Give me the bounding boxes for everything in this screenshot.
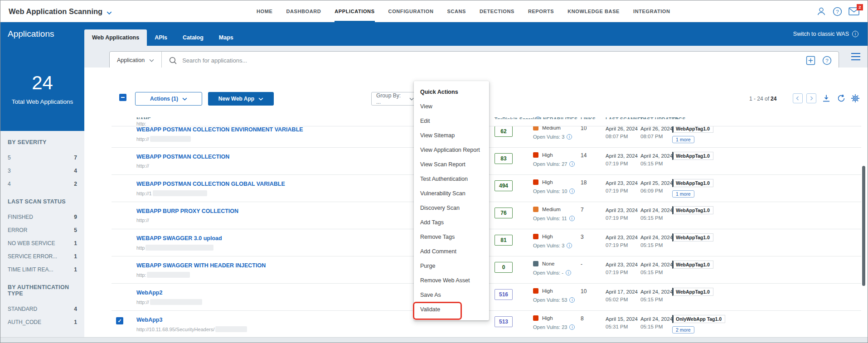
help-icon[interactable]: ? (833, 7, 842, 16)
last-scanned-time: 05:31 PM (606, 323, 638, 331)
sidebar-facet-row[interactable]: 5 7 (8, 151, 77, 164)
app-name-link[interactable]: WEBAPP POSTMAN COLLECTION (136, 154, 229, 160)
open-vulns-label: Open Vulns: 11 (533, 216, 567, 221)
quick-action-item[interactable]: Add Comment (414, 244, 489, 259)
quick-action-item[interactable]: Discovery Scan (414, 201, 489, 215)
quick-action-item[interactable]: Save As (414, 288, 489, 302)
open-vulns-label: Open Vulns: 3 (533, 243, 564, 248)
module-picker[interactable]: Web Application Scanning (9, 0, 112, 22)
url-redaction (145, 245, 213, 251)
tag-chip: OnlyWebApp Tag1.0 (672, 315, 725, 323)
top-nav-item[interactable]: CONFIGURATION (388, 0, 434, 22)
last-updated-time: 06:09 PM (640, 187, 673, 195)
total-web-applications-card[interactable]: 24 Total Web Applications (0, 46, 84, 131)
quick-action-item[interactable]: Remove Web Asset (414, 273, 489, 288)
info-icon[interactable] (569, 324, 575, 330)
sidebar-facet-row[interactable]: NO WEB SERVICE 1 (8, 237, 77, 250)
more-tags-chip[interactable]: 2 more (672, 326, 694, 333)
top-nav-item[interactable]: KNOWLEDGE BASE (567, 0, 620, 22)
links-count: 3 (581, 234, 584, 240)
sidebar-facet-row[interactable]: STANDARD 4 (8, 302, 77, 315)
app-name-link[interactable]: WebApp2 (136, 290, 162, 296)
info-icon[interactable] (569, 216, 575, 221)
last-updated-time: 05:15 PM (640, 296, 673, 304)
sidebar-facet-row[interactable]: AUTH_CODE 1 (8, 315, 77, 329)
search-input[interactable]: Search for applications... (182, 57, 806, 64)
sidebar-facet-row[interactable]: SERVICE ERROR... 1 (8, 250, 77, 263)
divider (161, 52, 162, 69)
top-nav-item[interactable]: DASHBOARD (286, 0, 321, 22)
app-url: http (136, 245, 222, 251)
quick-action-item[interactable]: View (414, 99, 489, 114)
tab[interactable]: Maps (211, 29, 241, 46)
info-icon[interactable] (569, 188, 575, 194)
sidebar-facet-row[interactable]: 4 2 (8, 177, 77, 190)
info-icon[interactable] (567, 243, 572, 248)
top-nav-item[interactable]: APPLICATIONS (335, 0, 374, 22)
app-url: http:// (136, 299, 202, 305)
sidebar-facet-row[interactable]: 3 4 (8, 164, 77, 177)
tab[interactable]: Web Applications (84, 29, 147, 46)
more-tags-chip[interactable]: 1 more (672, 136, 694, 143)
actions-button[interactable]: Actions (1) (135, 92, 202, 106)
mail-icon[interactable]: 2 (849, 7, 859, 15)
sidebar-facet-row[interactable]: TIME LIMIT REA... 1 (8, 263, 77, 276)
top-nav-item[interactable]: INTEGRATION (633, 0, 670, 22)
quick-action-item[interactable]: Add Tags (414, 215, 489, 230)
quick-action-item[interactable]: View Application Report (414, 143, 489, 157)
tab[interactable]: Catalog (175, 29, 211, 46)
search-scope-dropdown[interactable]: Application (110, 52, 161, 69)
sidebar-sections: BY SEVERITY 5 7 3 4 4 2 LAST SCAN STATUS… (0, 131, 84, 338)
quick-action-item[interactable]: Edit (414, 114, 489, 128)
info-icon[interactable] (569, 161, 575, 167)
top-bar-icons: ? 2 (816, 0, 859, 22)
quick-actions-menu: Quick Actions View Edit View Sitemap Vie… (414, 81, 489, 320)
app-name-link[interactable]: WEBAPP POSTMAN COLLECTION ENVIRONMENT VA… (136, 126, 303, 133)
last-scanned-time: 05:02 PM (606, 296, 638, 304)
prev-page-icon[interactable] (793, 93, 803, 103)
page-title: Applications (8, 22, 54, 46)
horizontal-scrollbar-track[interactable] (0, 337, 868, 343)
app-name-link[interactable]: WebApp3 (136, 317, 162, 323)
info-icon[interactable] (567, 134, 572, 140)
switch-to-classic-label: Switch to classic WAS (793, 31, 849, 37)
next-page-icon[interactable] (806, 93, 816, 103)
quick-action-item[interactable]: Test Authentication (414, 172, 489, 186)
top-nav-item[interactable]: REPORTS (528, 0, 554, 22)
facet-label: STANDARD (8, 306, 37, 312)
row-checkbox[interactable] (116, 317, 123, 324)
info-icon[interactable] (566, 270, 571, 275)
top-nav-item[interactable]: HOME (257, 0, 272, 22)
add-query-icon[interactable] (806, 56, 815, 65)
app-name-link[interactable]: WEBAPP SWAGGER 3.0 upload (136, 235, 222, 242)
settings-gear-icon[interactable] (851, 94, 860, 103)
quick-action-item[interactable]: Validate (414, 302, 489, 317)
severity-icon (533, 179, 538, 185)
chevron-down-icon (149, 57, 154, 63)
top-nav-item[interactable]: DETECTIONS (480, 0, 514, 22)
sidebar-facet-row[interactable]: ERROR 5 (8, 223, 77, 237)
more-tags-chip[interactable]: 1 more (672, 190, 694, 198)
menu-icon[interactable] (850, 53, 861, 61)
quick-action-item[interactable]: Vulnerability Scan (414, 186, 489, 201)
info-icon[interactable] (569, 297, 575, 303)
download-icon[interactable] (822, 94, 831, 103)
vertical-scrollbar[interactable] (862, 166, 865, 286)
switch-to-classic-link[interactable]: Switch to classic WAS (793, 22, 858, 46)
new-web-app-button[interactable]: New Web App (208, 92, 274, 106)
app-name-link[interactable]: WEBAPP BURP PROXY COLLECTION (136, 208, 238, 214)
tab[interactable]: APIs (147, 29, 175, 46)
quick-action-item[interactable]: Purge (414, 259, 489, 273)
top-nav-item[interactable]: SCANS (447, 0, 466, 22)
quick-action-item[interactable]: View Scan Report (414, 157, 489, 172)
sidebar-facet-row[interactable]: FINISHED 9 (8, 210, 77, 223)
user-icon[interactable] (816, 6, 826, 16)
app-name-link[interactable]: WEBAPP POSTMAN COLLECTION GLOBAL VARIABL… (136, 181, 285, 187)
app-name-link[interactable]: WEBAPP SWAGGER WITH HEADER INJECTION (136, 262, 266, 269)
select-all-checkbox[interactable] (119, 94, 126, 101)
group-by-dropdown[interactable]: Group By: ... (371, 92, 419, 106)
quick-action-item[interactable]: Remove Tags (414, 230, 489, 244)
search-help-icon[interactable]: ? (822, 56, 832, 65)
refresh-icon[interactable] (837, 94, 846, 103)
quick-action-item[interactable]: View Sitemap (414, 128, 489, 143)
